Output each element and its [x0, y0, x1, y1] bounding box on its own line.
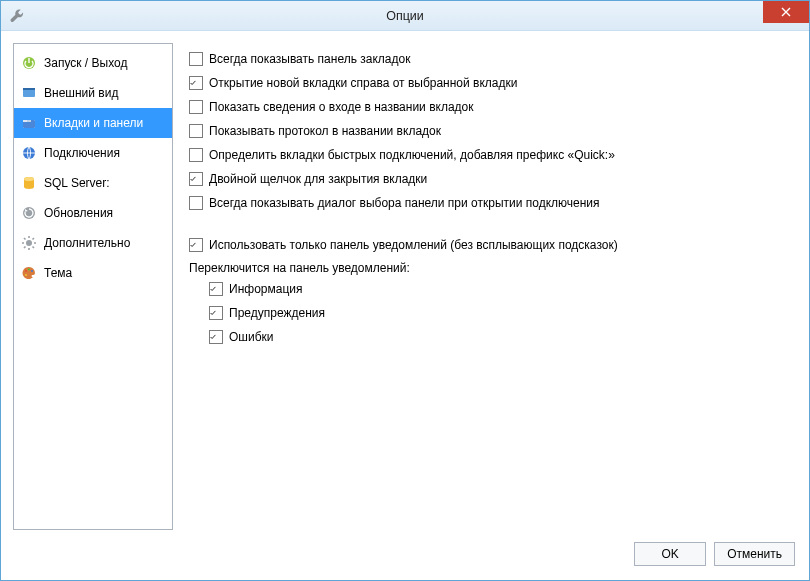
checkbox-label: Определить вкладки быстрых подключений, …: [209, 148, 615, 162]
connections-icon: [20, 144, 38, 162]
checkbox-icon: [189, 172, 203, 186]
svg-rect-5: [23, 120, 27, 122]
sidebar-item-label: SQL Server:: [44, 176, 110, 190]
sidebar-item-label: Вкладки и панели: [44, 116, 143, 130]
updates-icon: [20, 204, 38, 222]
options-dialog: Опции Запуск / Выход Внешний вид Вкладки…: [0, 0, 810, 581]
svg-point-11: [26, 240, 32, 246]
checkbox-icon: [189, 238, 203, 252]
cancel-button[interactable]: Отменить: [714, 542, 795, 566]
sidebar-item-label: Тема: [44, 266, 72, 280]
svg-point-9: [24, 177, 34, 181]
sidebar-item-label: Обновления: [44, 206, 113, 220]
checkbox-switch-warnings[interactable]: Предупреждения: [189, 301, 793, 325]
svg-point-15: [25, 274, 27, 276]
checkbox-label: Показать сведения о входе в названии вкл…: [209, 100, 474, 114]
window-title: Опции: [1, 9, 809, 23]
checkbox-switch-errors[interactable]: Ошибки: [189, 325, 793, 349]
advanced-icon: [20, 234, 38, 252]
sqlserver-icon: [20, 174, 38, 192]
sidebar-item-label: Подключения: [44, 146, 120, 160]
spacer: [189, 215, 793, 233]
checkbox-show-logon-tabtitle[interactable]: Показать сведения о входе в названии вкл…: [189, 95, 793, 119]
checkbox-icon: [189, 148, 203, 162]
checkbox-label: Двойной щелчок для закрытия вкладки: [209, 172, 427, 186]
checkbox-switch-info[interactable]: Информация: [189, 277, 793, 301]
sidebar-item-advanced[interactable]: Дополнительно: [14, 228, 172, 258]
titlebar: Опции: [1, 1, 809, 31]
sidebar-item-label: Внешний вид: [44, 86, 118, 100]
checkbox-icon: [189, 100, 203, 114]
checkbox-label: Предупреждения: [229, 306, 325, 320]
checkbox-icon: [209, 282, 223, 296]
checkbox-label: Информация: [229, 282, 302, 296]
svg-rect-2: [23, 88, 35, 90]
options-panel: Всегда показывать панель закладок Открыт…: [185, 43, 797, 530]
checkbox-icon: [189, 124, 203, 138]
theme-icon: [20, 264, 38, 282]
sidebar-item-theme[interactable]: Тема: [14, 258, 172, 288]
checkbox-icon: [189, 196, 203, 210]
svg-point-14: [31, 270, 33, 272]
checkbox-quick-prefix[interactable]: Определить вкладки быстрых подключений, …: [189, 143, 793, 167]
sidebar-item-label: Запуск / Выход: [44, 56, 127, 70]
close-button[interactable]: [763, 1, 809, 23]
checkbox-label: Всегда показывать диалог выбора панели п…: [209, 196, 600, 210]
category-sidebar: Запуск / Выход Внешний вид Вкладки и пан…: [13, 43, 173, 530]
checkbox-icon: [209, 306, 223, 320]
checkbox-label: Ошибки: [229, 330, 274, 344]
svg-point-13: [28, 269, 30, 271]
appearance-icon: [20, 84, 38, 102]
sidebar-item-label: Дополнительно: [44, 236, 130, 250]
dialog-body: Запуск / Выход Внешний вид Вкладки и пан…: [1, 31, 809, 538]
checkbox-only-notification-panel[interactable]: Использовать только панель уведомлений (…: [189, 233, 793, 257]
checkbox-label: Использовать только панель уведомлений (…: [209, 238, 618, 252]
checkbox-icon: [189, 76, 203, 90]
switch-panel-label: Переключится на панель уведомлений:: [189, 257, 793, 277]
checkbox-icon: [209, 330, 223, 344]
close-icon: [781, 7, 791, 17]
checkbox-open-tab-right[interactable]: Открытие новой вкладки справа от выбранн…: [189, 71, 793, 95]
checkbox-always-panel-dialog[interactable]: Всегда показывать диалог выбора панели п…: [189, 191, 793, 215]
sidebar-item-appearance[interactable]: Внешний вид: [14, 78, 172, 108]
svg-rect-6: [27, 120, 31, 122]
tabs-panels-icon: [20, 114, 38, 132]
checkbox-always-show-bookmarks[interactable]: Всегда показывать панель закладок: [189, 47, 793, 71]
launch-exit-icon: [20, 54, 38, 72]
sidebar-item-tabs-panels[interactable]: Вкладки и панели: [14, 108, 172, 138]
checkbox-label: Всегда показывать панель закладок: [209, 52, 410, 66]
sidebar-item-connections[interactable]: Подключения: [14, 138, 172, 168]
sidebar-item-startup-shutdown[interactable]: Запуск / Выход: [14, 48, 172, 78]
checkbox-label: Показывать протокол в названии вкладок: [209, 124, 441, 138]
svg-point-12: [25, 270, 27, 272]
checkbox-label: Открытие новой вкладки справа от выбранн…: [209, 76, 517, 90]
dialog-button-bar: OK Отменить: [1, 538, 809, 580]
checkbox-icon: [189, 52, 203, 66]
checkbox-show-protocol-tabtitle[interactable]: Показывать протокол в названии вкладок: [189, 119, 793, 143]
wrench-icon: [9, 8, 25, 24]
ok-button[interactable]: OK: [634, 542, 706, 566]
sidebar-item-sqlserver[interactable]: SQL Server:: [14, 168, 172, 198]
checkbox-doubleclick-close[interactable]: Двойной щелчок для закрытия вкладки: [189, 167, 793, 191]
sidebar-item-updates[interactable]: Обновления: [14, 198, 172, 228]
